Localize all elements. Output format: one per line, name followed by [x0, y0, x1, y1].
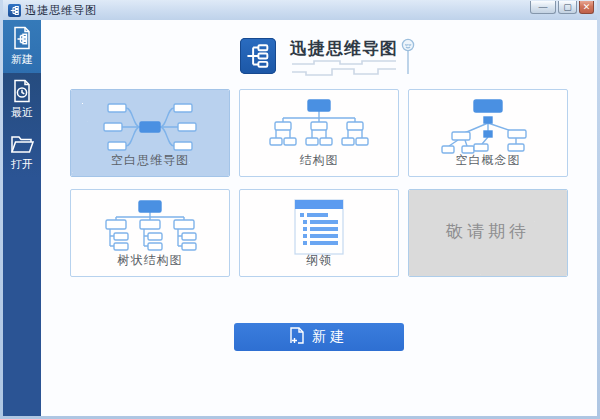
template-label: 纲领: [240, 252, 398, 269]
sidebar-item-label: 最近: [11, 105, 33, 120]
template-label: 树状结构图: [71, 252, 229, 269]
recent-clock-icon: [11, 79, 33, 103]
close-button[interactable]: ✕: [579, 1, 594, 14]
titlebar: 迅捷思维导图 — ▢ ✕: [3, 0, 597, 20]
template-card-outline[interactable]: 纲领: [239, 189, 399, 277]
new-button-label: 新建: [312, 328, 348, 346]
maximize-button[interactable]: ▢: [558, 1, 577, 14]
conceptmap-glyph: [436, 98, 540, 156]
window-controls: — ▢ ✕: [530, 0, 594, 20]
mindmap-mini-glyph: [10, 6, 19, 15]
orgchart-glyph: [267, 98, 371, 156]
coming-soon-label: 敬请期待: [409, 220, 567, 243]
app-window: 迅捷思维导图 — ▢ ✕: [0, 0, 600, 419]
tree-glyph: [98, 198, 202, 256]
main-panel: 迅捷思维导图: [41, 20, 597, 416]
template-card-structure[interactable]: 结构图: [239, 89, 399, 177]
sidebar-item-new[interactable]: 新建: [3, 20, 41, 73]
brand-logo-icon: [240, 38, 276, 74]
template-card-tree[interactable]: 树状结构图: [70, 189, 230, 277]
sidebar-item-label: 打开: [11, 157, 33, 172]
outline-glyph: [267, 198, 371, 256]
template-grid: 空白思维导图: [70, 89, 568, 277]
sidebar: 新建 最近: [3, 20, 41, 416]
template-card-coming-soon: 敬请期待: [408, 189, 568, 277]
new-button[interactable]: 新建: [234, 323, 404, 351]
sidebar-item-recent[interactable]: 最近: [3, 73, 41, 126]
brand-header: 迅捷思维导图: [240, 38, 398, 78]
template-label: 空白思维导图: [71, 152, 229, 169]
minimize-button[interactable]: —: [530, 1, 556, 14]
circuit-lines-decoration: [292, 59, 396, 81]
template-label: 结构图: [240, 152, 398, 169]
balloon-icon: [400, 38, 416, 80]
template-card-blank-mindmap[interactable]: 空白思维导图: [70, 89, 230, 177]
template-label: 空白概念图: [409, 152, 567, 169]
app-logo-icon: [8, 4, 21, 17]
new-document-icon: [11, 26, 33, 50]
template-card-concept-map[interactable]: 空白概念图: [408, 89, 568, 177]
open-folder-icon: [10, 133, 34, 155]
sidebar-item-open[interactable]: 打开: [3, 126, 41, 179]
window-title: 迅捷思维导图: [25, 3, 97, 18]
mindmap-glyph: [98, 98, 202, 156]
app-name-title: 迅捷思维导图: [290, 38, 398, 60]
new-file-icon: [290, 327, 304, 347]
sidebar-item-label: 新建: [11, 52, 33, 67]
